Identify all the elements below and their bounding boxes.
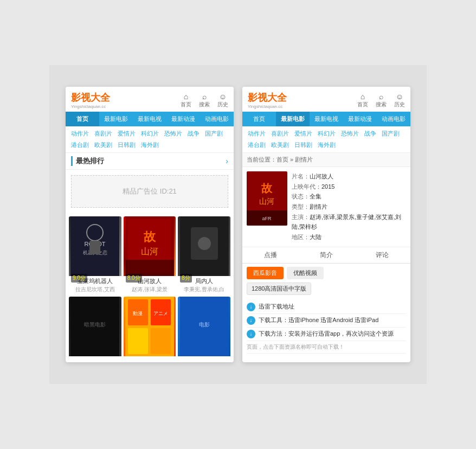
source-tab-youku[interactable]: 优酷视频 [287,267,324,279]
right-sub-overseas[interactable]: 海外剧 [316,140,338,150]
left-nav-tv[interactable]: 最新电视 [133,112,166,126]
download-section: ↓ 迅雷下载地址 ↓ 下载工具：迅雷iPhone 迅雷Android 迅雷iPa… [242,298,410,356]
right-nav-bar: 首页 最新电影 最新电视 最新动漫 动画电影 [242,112,410,126]
left-nav-home[interactable]: 首页 [66,112,99,126]
right-sub-comedy[interactable]: 喜剧片 [269,129,291,139]
right-sub-romance[interactable]: 爱情片 [292,129,314,139]
right-nav-home[interactable]: 首页 [242,112,276,126]
left-section-title: 最热排行 [71,156,104,166]
download-item-2[interactable]: ↓ 下载工具：迅雷iPhone 迅雷Android 迅雷iPad [247,314,406,328]
download-more: 页面，点击下面资源名称即可自动下载！ [247,341,406,354]
left-home-icon[interactable]: ⌂ 首页 [181,92,191,108]
left-movie-grid: ROBOT 机器人之恋 9.0分 宝莱坞机器人 拉吉尼坎塔,艾西 故 [66,213,234,362]
svg-rect-20 [128,328,148,354]
movie-sub-robot: 拉吉尼坎塔,艾西 [69,286,121,294]
quality-badge-container: 1280高清国语中字版 [242,283,410,298]
left-nav-cartoon[interactable]: 动画电影 [200,112,234,126]
left-nav-movie[interactable]: 最新电影 [99,112,133,126]
movie-card-anime[interactable]: 動漫 アニメ [124,297,176,359]
breadcrumb: 当前位置：首页 » 剧情片 [242,153,410,167]
movie-detail-section: 故 山河 aFR 片名：山河故人 上映年代：2015 状态：全集 类型：剧情片 … [242,167,410,247]
left-search-icon[interactable]: ⌕ 搜索 [199,92,210,108]
svg-text:aFR: aFR [262,216,272,221]
action-tab-play[interactable]: 点播 [242,247,298,263]
movie-card-robot[interactable]: ROBOT 机器人之恋 9.0分 宝莱坞机器人 拉吉尼坎塔,艾西 [69,216,121,294]
left-section-arrow[interactable]: › [226,157,228,165]
left-sub-romance[interactable]: 爱情片 [115,129,138,139]
movie-year: 上映年代：2015 [292,182,406,192]
left-sub-hk[interactable]: 港台剧 [69,140,91,150]
download-icon-2: ↓ [247,316,255,325]
svg-text:山河: 山河 [141,247,158,256]
movie-card-dark[interactable]: 暗黑电影 [69,297,121,359]
right-sub-scifi[interactable]: 科幻片 [316,129,338,139]
right-sub-us[interactable]: 欧美剧 [269,140,291,150]
quality-badge[interactable]: 1280高清国语中字版 [247,283,311,295]
movie-sub-anime [124,358,176,359]
movie-score-robot: 9.0分 [71,274,87,283]
svg-rect-4 [89,241,100,254]
left-sub-war[interactable]: 战争 [185,129,202,139]
left-sub-action[interactable]: 动作片 [69,129,91,139]
left-logo: 影视大全 Yingshiclaquan.cc [71,91,110,109]
source-tab-xigua[interactable]: 西瓜影音 [247,267,284,279]
left-sub-domestic[interactable]: 国产剧 [203,129,225,139]
left-sub-horror[interactable]: 恐怖片 [162,129,184,139]
download-item-1[interactable]: ↓ 迅雷下载地址 [247,300,406,314]
left-nav-anime[interactable]: 最新动漫 [166,112,200,126]
left-history-icon[interactable]: ☺ 历史 [217,92,228,108]
movie-status: 状态：全集 [292,191,406,202]
right-nav-cartoon[interactable]: 动画电影 [377,112,410,126]
movie-card-col[interactable]: 电影 [178,297,230,359]
download-item-3[interactable]: ↓ 下载方法：安装并运行迅雷app，再次访问这个资源 [247,328,406,341]
svg-text:動漫: 動漫 [133,311,143,316]
robot-poster-art: ROBOT 机器人之恋 [70,216,119,276]
anime-poster-art: 動漫 アニメ [125,297,174,356]
right-header-icons: ⌂ 首页 ⌕ 搜索 ☺ 历史 [357,92,405,108]
left-ad-banner: 精品广告位 ID:21 [71,175,228,208]
action-tab-intro[interactable]: 简介 [298,247,354,263]
movie-cast: 主演：赵涛,张译,梁景东,童子健,张艾嘉,刘陆,荣梓杉 [292,212,406,232]
right-nav-movie[interactable]: 最新电影 [276,112,310,126]
movie-sub-col [178,358,230,359]
left-section-header: 最热排行 › [66,153,234,170]
col-poster-art: 电影 [180,297,229,356]
svg-text:故: 故 [144,230,156,243]
left-sub-kr[interactable]: 日韩剧 [115,140,138,150]
svg-text:故: 故 [261,182,273,194]
left-header-icons: ⌂ 首页 ⌕ 搜索 ☺ 历史 [181,92,228,108]
right-logo-text: 影视大全 [248,92,287,103]
svg-rect-21 [151,328,171,354]
movie-card-juren[interactable]: 内부자들 局内人 8分 局内人 李秉宪,曹承佑,白 [178,216,230,294]
left-sub-overseas[interactable]: 海外剧 [139,140,161,150]
left-sub-scifi[interactable]: 科幻片 [139,129,161,139]
left-logo-sub: Yingshiclaquan.cc [71,104,110,109]
movie-card-shanhe[interactable]: 故 山河 8.0分 山河故人 赵涛,张译,梁景 [124,216,176,294]
movie-type: 类型：剧情片 [292,202,406,212]
right-sub-nav: 动作片 喜剧片 爱情片 科幻片 恐怖片 战争 国产剧 港台剧 欧美剧 日韩剧 海… [242,126,410,153]
right-logo: 影视大全 Yingshiclaquan.cc [248,91,287,109]
right-nav-anime[interactable]: 最新动漫 [343,112,377,126]
movie-sub-juren: 李秉宪,曹承佑,白 [178,286,230,294]
detail-poster: 故 山河 aFR [247,171,287,226]
juren-poster-art: 内부자들 局内人 [180,216,229,276]
left-sub-comedy[interactable]: 喜剧片 [92,129,114,139]
right-sub-horror[interactable]: 恐怖片 [339,129,361,139]
right-nav-tv[interactable]: 最新电视 [310,112,343,126]
right-search-icon[interactable]: ⌕ 搜索 [376,92,387,108]
action-tab-comment[interactable]: 评论 [355,247,410,263]
right-sub-domestic[interactable]: 国产剧 [379,129,402,139]
right-history-icon[interactable]: ☺ 历史 [394,92,405,108]
movie-sub-dark [69,358,121,359]
left-sub-us[interactable]: 欧美剧 [92,140,114,150]
right-sub-war[interactable]: 战争 [362,129,378,139]
movie-score-shanhe: 8.0分 [126,274,142,283]
right-sub-hk[interactable]: 港台剧 [246,140,268,150]
right-sub-kr[interactable]: 日韩剧 [292,140,314,150]
right-sub-action[interactable]: 动作片 [246,129,268,139]
left-header: 影视大全 Yingshiclaquan.cc ⌂ 首页 ⌕ 搜索 ☺ 历史 [66,87,234,112]
movie-score-juren: 8分 [180,274,192,283]
left-sub-nav: 动作片 喜剧片 爱情片 科幻片 恐怖片 战争 国产剧 港台剧 欧美剧 日韩剧 海… [66,126,234,153]
left-nav-bar: 首页 最新电影 最新电视 最新动漫 动画电影 [66,112,234,126]
right-home-icon[interactable]: ⌂ 首页 [357,92,368,108]
